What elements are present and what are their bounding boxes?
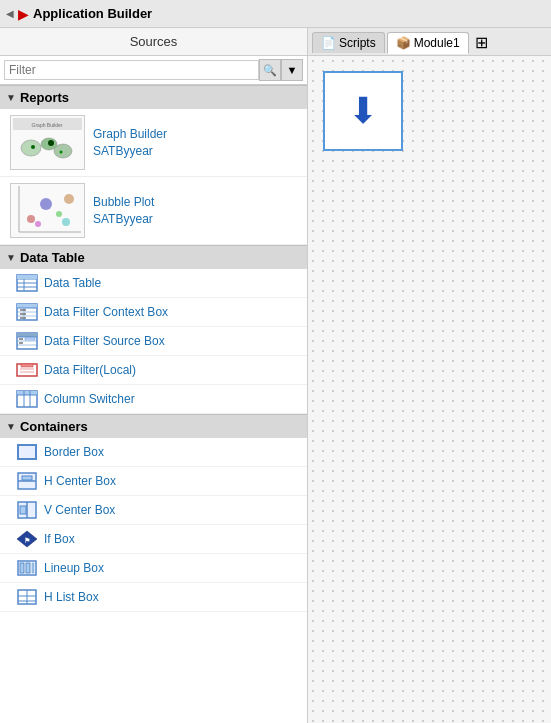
- tab-scripts-label: Scripts: [339, 36, 376, 50]
- svg-rect-23: [17, 275, 37, 279]
- drop-box[interactable]: ⬇: [323, 71, 403, 151]
- column-switcher-label: Column Switcher: [44, 392, 135, 406]
- border-box-icon: [16, 443, 38, 461]
- svg-point-3: [21, 140, 41, 156]
- svg-rect-31: [17, 333, 37, 337]
- bubble-plot-label: Bubble Plot SATByyear: [93, 194, 154, 228]
- data-table-label: Data Table: [44, 276, 101, 290]
- svg-point-6: [31, 145, 35, 149]
- list-item[interactable]: Data Table: [0, 269, 307, 298]
- main-container: Sources 🔍 ▼ ▼ Reports Graph Builder: [0, 28, 551, 723]
- list-item[interactable]: Border Box: [0, 438, 307, 467]
- bubble-plot-thumbnail: [10, 183, 85, 238]
- svg-rect-54: [20, 563, 24, 573]
- scroll-container[interactable]: ▼ Reports Graph Builder: [0, 85, 307, 723]
- list-item[interactable]: Data Filter Source Box: [0, 327, 307, 356]
- list-item[interactable]: Data Filter(Local): [0, 356, 307, 385]
- v-center-icon: [16, 501, 38, 519]
- canvas-area[interactable]: ⬇: [308, 56, 551, 723]
- app-icon: ▶: [18, 6, 29, 22]
- svg-point-14: [56, 211, 62, 217]
- tab-module1[interactable]: 📦 Module1: [387, 32, 469, 54]
- svg-rect-47: [22, 476, 32, 480]
- h-list-label: H List Box: [44, 590, 99, 604]
- reports-collapse-icon[interactable]: ▼: [6, 92, 16, 103]
- section-header-reports: ▼ Reports: [0, 85, 307, 109]
- list-item[interactable]: ⚑ If Box: [0, 525, 307, 554]
- list-item[interactable]: Column Switcher: [0, 385, 307, 414]
- svg-rect-36: [21, 364, 33, 367]
- list-item[interactable]: Graph Builder Graph Builder SATByyear: [0, 109, 307, 177]
- right-panel: 📄 Scripts 📦 Module1 ⊞ ⬇: [308, 28, 551, 723]
- scripts-icon: 📄: [321, 36, 336, 50]
- data-filter-local-label: Data Filter(Local): [44, 363, 136, 377]
- filter-source-icon: [16, 332, 38, 350]
- tab-module1-label: Module1: [414, 36, 460, 50]
- list-item[interactable]: Data Filter Context Box: [0, 298, 307, 327]
- tab-scripts[interactable]: 📄 Scripts: [312, 32, 385, 53]
- filter-input[interactable]: [4, 60, 259, 80]
- left-panel: Sources 🔍 ▼ ▼ Reports Graph Builder: [0, 28, 308, 723]
- svg-rect-44: [18, 445, 36, 459]
- svg-point-16: [35, 221, 41, 227]
- list-item[interactable]: H Center Box: [0, 467, 307, 496]
- svg-point-5: [54, 144, 72, 158]
- filter-options-button[interactable]: ▼: [281, 59, 303, 81]
- filter-context-icon: [16, 303, 38, 321]
- containers-section-label: Containers: [20, 419, 88, 434]
- column-switcher-icon: [16, 390, 38, 408]
- table-icon: [16, 274, 38, 292]
- reports-section-label: Reports: [20, 90, 69, 105]
- v-center-label: V Center Box: [44, 503, 115, 517]
- lineup-icon: [16, 559, 38, 577]
- filter-search-button[interactable]: 🔍: [259, 59, 281, 81]
- svg-rect-56: [32, 563, 34, 573]
- sources-header: Sources: [0, 28, 307, 56]
- if-box-label: If Box: [44, 532, 75, 546]
- data-table-section-label: Data Table: [20, 250, 85, 265]
- svg-point-17: [62, 218, 70, 226]
- filter-local-icon: [16, 361, 38, 379]
- h-center-label: H Center Box: [44, 474, 116, 488]
- svg-point-8: [60, 151, 63, 154]
- svg-rect-40: [17, 391, 37, 395]
- title-bar: ◀ ▶ Application Builder: [0, 0, 551, 28]
- svg-rect-25: [17, 304, 37, 308]
- svg-rect-9: [11, 184, 84, 237]
- graph-builder-label: Graph Builder SATByyear: [93, 126, 167, 160]
- data-table-collapse-icon[interactable]: ▼: [6, 252, 16, 263]
- filter-bar: 🔍 ▼: [0, 56, 307, 85]
- collapse-icon[interactable]: ◀: [6, 8, 14, 19]
- graph-builder-thumbnail: Graph Builder: [10, 115, 85, 170]
- data-filter-context-label: Data Filter Context Box: [44, 305, 168, 319]
- app-title: Application Builder: [33, 6, 152, 21]
- svg-rect-55: [26, 563, 30, 573]
- data-filter-source-label: Data Filter Source Box: [44, 334, 165, 348]
- section-header-containers: ▼ Containers: [0, 414, 307, 438]
- lineup-label: Lineup Box: [44, 561, 104, 575]
- module-icon: 📦: [396, 36, 411, 50]
- h-center-icon: [16, 472, 38, 490]
- svg-text:⚑: ⚑: [24, 537, 30, 544]
- svg-point-15: [64, 194, 74, 204]
- svg-point-13: [40, 198, 52, 210]
- svg-point-7: [48, 140, 54, 146]
- list-item[interactable]: Lineup Box: [0, 554, 307, 583]
- if-box-icon: ⚑: [16, 530, 38, 548]
- right-tabs: 📄 Scripts 📦 Module1 ⊞: [308, 28, 551, 56]
- list-item[interactable]: H List Box: [0, 583, 307, 612]
- containers-collapse-icon[interactable]: ▼: [6, 421, 16, 432]
- drop-arrow-icon: ⬇: [348, 93, 378, 129]
- list-item[interactable]: Bubble Plot SATByyear: [0, 177, 307, 245]
- svg-text:Graph Builder: Graph Builder: [32, 122, 63, 128]
- h-list-icon: [16, 588, 38, 606]
- section-header-data-table: ▼ Data Table: [0, 245, 307, 269]
- list-item[interactable]: V Center Box: [0, 496, 307, 525]
- border-box-label: Border Box: [44, 445, 104, 459]
- tab-add-button[interactable]: ⊞: [475, 33, 488, 52]
- svg-rect-50: [20, 506, 26, 514]
- svg-point-12: [27, 215, 35, 223]
